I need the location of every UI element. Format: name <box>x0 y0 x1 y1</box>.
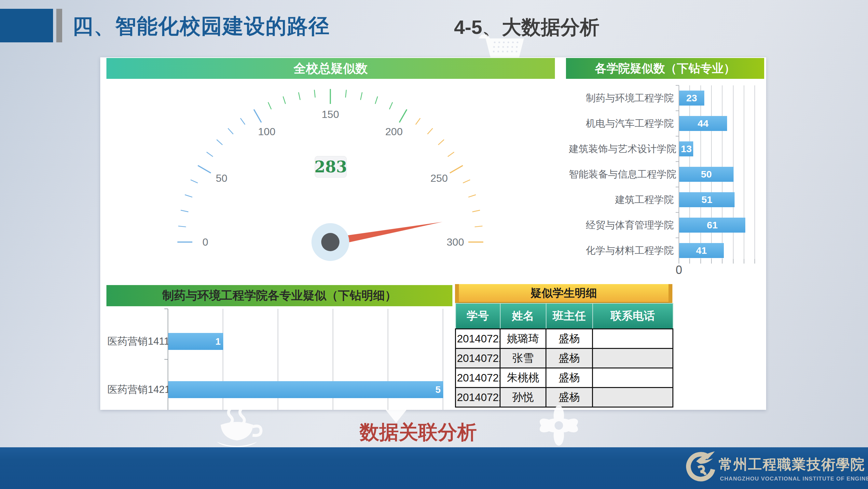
flower-icon <box>531 404 587 447</box>
table-cell: 盛杨 <box>546 368 593 388</box>
student-table-header-cell: 班主任 <box>546 303 593 329</box>
table-cell: 2014072210 <box>456 388 500 407</box>
table-cell: 盛杨 <box>546 349 593 368</box>
gauge-minor-tick <box>185 195 192 197</box>
gauge-minor-tick <box>415 118 420 124</box>
table-row: 2014072215姚璐琦盛杨 <box>456 329 673 349</box>
school-name-cn: 常州工程職業技術學院 <box>719 455 859 474</box>
table-cell: 2014072219 <box>456 349 500 368</box>
gauge-minor-tick <box>346 90 347 98</box>
gauge-minor-tick <box>207 152 213 157</box>
gauge-tick-label: 50 <box>216 172 227 184</box>
table-cell: 朱桃桃 <box>500 368 546 388</box>
gauge-tick-label: 200 <box>385 126 403 138</box>
slide-caption: 数据关联分析 <box>326 420 511 445</box>
gauge-minor-tick <box>299 92 300 100</box>
table-cell: 2014072215 <box>456 329 500 349</box>
slide-title: 四、智能化校园建设的路径 <box>72 10 446 42</box>
major-panel-title-text: 制药与环境工程学院各专业疑似（下钻明细） <box>162 288 397 304</box>
gauge-tick-label: 250 <box>430 172 447 184</box>
header-accent-bar <box>56 9 62 42</box>
gauge-minor-tick <box>448 152 454 157</box>
school-name-en: CHANGZHOU VOCATIONAL INSTITUTE OF ENGINE… <box>720 475 863 483</box>
table-cell <box>593 349 673 368</box>
table-cell <box>593 388 673 407</box>
school-logo-icon <box>684 451 715 483</box>
gauge-tick-label: 300 <box>446 236 464 248</box>
gauge-minor-tick <box>375 96 377 104</box>
table-cell: 张雪 <box>500 349 546 368</box>
coffee-cup-icon <box>211 408 279 447</box>
gauge-minor-tick <box>475 226 483 227</box>
slide: 四、智能化校园建设的路径 4-5、大数据分析 全校总疑似数 0501001502… <box>0 0 868 489</box>
gauge-minor-tick <box>178 226 186 227</box>
gauge-major-tick <box>254 110 261 122</box>
gauge-minor-tick <box>283 96 285 104</box>
shopping-cart-icon <box>476 33 531 59</box>
gauge-tick-label: 0 <box>203 236 208 248</box>
gauge-value: 283 <box>314 158 347 176</box>
table-row: 2014072219张雪盛杨 <box>456 349 673 368</box>
gauge-minor-tick <box>191 180 198 183</box>
gauge-panel-title: 全校总疑似数 <box>106 58 555 79</box>
down-arrow-icon <box>386 410 406 423</box>
college-panel-title: 各学院疑似数（下钻专业） <box>566 58 764 79</box>
table-cell: 盛杨 <box>546 329 593 349</box>
major-panel-title: 制药与环境工程学院各专业疑似（下钻明细） <box>106 285 453 306</box>
gauge-value-box: 283 <box>315 156 347 177</box>
student-table-header-cell: 姓名 <box>500 303 546 329</box>
table-cell: 姚璐琦 <box>500 329 546 349</box>
gauge-minor-tick <box>472 210 480 212</box>
gauge-minor-tick <box>389 102 393 110</box>
gauge-minor-tick <box>361 92 362 100</box>
gauge-tick-label: 150 <box>321 109 339 120</box>
college-panel-title-text: 各学院疑似数（下钻专业） <box>595 61 736 77</box>
student-table-body: 2014072215姚璐琦盛杨2014072219张雪盛杨2014072222朱… <box>456 329 673 407</box>
table-row: 2014072222朱桃桃盛杨 <box>456 368 673 388</box>
gauge-minor-tick <box>314 90 315 98</box>
gauge-panel-title-text: 全校总疑似数 <box>293 60 368 77</box>
student-table-title: 疑似学生明细 <box>455 284 673 303</box>
table-cell <box>593 368 673 388</box>
gauge-minor-tick <box>217 140 223 145</box>
gauge-minor-tick <box>427 128 433 134</box>
gauge-minor-tick <box>181 210 188 212</box>
gauge-minor-tick <box>468 195 476 197</box>
gauge-hub <box>321 233 339 251</box>
student-table-header-cell: 学号 <box>456 303 500 329</box>
gauge-minor-tick <box>438 140 444 145</box>
table-cell: 2014072222 <box>456 368 500 388</box>
gauge-tick-label: 100 <box>258 126 275 138</box>
gauge-major-tick <box>399 110 407 122</box>
gauge-minor-tick <box>463 180 470 183</box>
gauge-minor-tick <box>268 102 272 110</box>
gauge-minor-tick <box>241 118 245 124</box>
student-table: 学号姓名班主任联系电话 2014072215姚璐琦盛杨2014072219张雪盛… <box>455 303 673 407</box>
header-accent-square <box>0 9 53 42</box>
student-table-title-text: 疑似学生明细 <box>530 286 597 301</box>
student-table-header-row: 学号姓名班主任联系电话 <box>456 303 673 329</box>
gauge-major-tick <box>198 166 211 173</box>
student-table-header-cell: 联系电话 <box>593 303 673 329</box>
gauge-minor-tick <box>228 128 234 134</box>
gauge-major-tick <box>450 166 463 173</box>
table-cell <box>593 329 673 349</box>
